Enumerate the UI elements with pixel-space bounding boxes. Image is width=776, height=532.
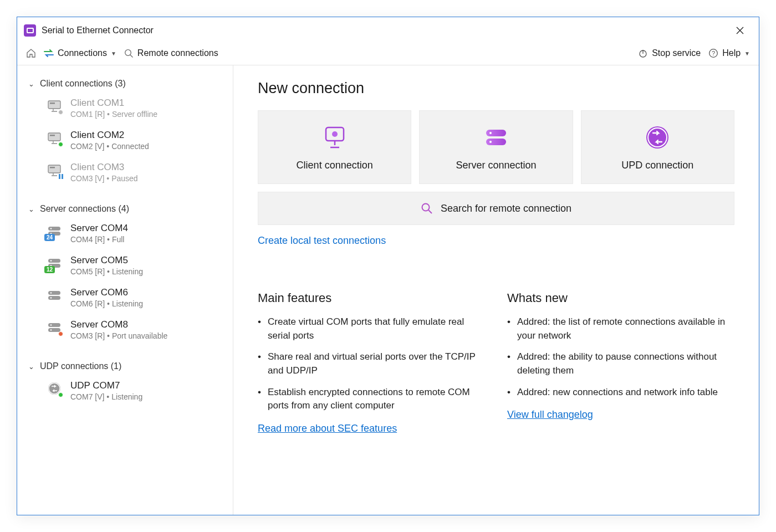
list-item: Addred: the list of remote connections a… xyxy=(507,315,734,342)
svg-point-33 xyxy=(646,126,668,149)
udp-connection-icon xyxy=(644,125,671,150)
status-dot-icon xyxy=(58,110,63,115)
server-connection-icon xyxy=(482,125,510,150)
chevron-down-icon: ▼ xyxy=(111,50,116,57)
info-columns: Main features Create virtual COM ports t… xyxy=(258,291,734,434)
connection-name: Server COM6 xyxy=(70,287,143,298)
connection-item[interactable]: Client COM1COM1 [R] • Server offline xyxy=(17,92,233,124)
list-item: Create virtual COM ports that fully emul… xyxy=(258,315,485,342)
body: ⌄Client connections (3)Client COM1COM1 [… xyxy=(17,65,759,515)
sidebar-group-header[interactable]: ⌄UDP connections (1) xyxy=(17,358,233,375)
client-connection-icon xyxy=(321,125,349,150)
server-connection-label: Server connection xyxy=(456,160,536,171)
chevron-down-icon: ⌄ xyxy=(28,80,34,88)
connection-item[interactable]: 24Server COM4COM4 [R] • Full xyxy=(17,217,233,249)
search-icon xyxy=(421,202,433,214)
sidebar-group-header[interactable]: ⌄Server connections (4) xyxy=(17,201,233,217)
svg-rect-29 xyxy=(486,130,506,136)
connection-item[interactable]: 12Server COM5COM5 [R] • Listening xyxy=(17,249,233,282)
new-connection-heading: New connection xyxy=(258,80,734,97)
connection-icon xyxy=(46,380,63,397)
search-remote-label: Search for remote connection xyxy=(441,203,571,214)
remote-connections-button[interactable]: Remote connections xyxy=(124,48,218,58)
pause-icon xyxy=(58,173,64,180)
help-icon: ? xyxy=(708,48,718,58)
connection-icon xyxy=(46,319,63,336)
svg-point-32 xyxy=(489,141,492,143)
list-item: Addred: the ability to pause connections… xyxy=(507,350,734,377)
home-button[interactable] xyxy=(26,48,36,58)
connection-status: COM4 [R] • Full xyxy=(70,235,128,244)
close-button[interactable] xyxy=(730,23,750,38)
connection-item[interactable]: Server COM8COM3 [R] • Port unavailable xyxy=(17,314,233,346)
client-connection-card[interactable]: Client connection xyxy=(258,110,411,184)
svg-rect-24 xyxy=(48,328,60,332)
power-icon xyxy=(638,48,648,58)
home-icon xyxy=(26,48,36,58)
connection-name: Server COM5 xyxy=(70,255,143,266)
count-badge: 12 xyxy=(44,266,55,273)
udp-connection-card[interactable]: UPD connection xyxy=(581,110,734,184)
connection-item[interactable]: Server COM6COM6 [R] • Listening xyxy=(17,282,233,314)
whatsnew-heading: Whats new xyxy=(507,291,734,305)
svg-text:?: ? xyxy=(712,50,715,57)
connection-icon xyxy=(46,98,63,114)
toolbar: Connections ▼ Remote connections Stop se… xyxy=(17,44,759,65)
svg-rect-22 xyxy=(48,323,60,327)
whatsnew-list: Addred: the list of remote connections a… xyxy=(507,315,734,399)
svg-point-15 xyxy=(50,260,52,262)
connection-status: COM6 [R] • Listening xyxy=(70,299,143,308)
udp-connection-label: UPD connection xyxy=(621,160,693,171)
svg-rect-9 xyxy=(50,167,55,168)
remote-connections-label: Remote connections xyxy=(137,48,218,58)
connection-icon xyxy=(46,287,63,304)
connection-icon xyxy=(46,130,63,146)
svg-point-21 xyxy=(50,297,52,299)
svg-rect-5 xyxy=(50,103,55,104)
create-local-test-link[interactable]: Create local test connections xyxy=(258,235,386,246)
help-label: Help xyxy=(722,48,741,58)
svg-point-0 xyxy=(125,49,131,55)
connection-status: COM1 [R] • Server offline xyxy=(70,110,157,119)
connection-item[interactable]: UDP COM7COM7 [V] • Listening xyxy=(17,375,233,407)
search-remote-button[interactable]: Search for remote connection xyxy=(258,192,734,225)
connection-name: Client COM2 xyxy=(70,130,149,141)
titlebar: Serial to Ethernet Connector xyxy=(17,17,759,44)
svg-point-25 xyxy=(50,329,52,331)
stop-service-button[interactable]: Stop service xyxy=(638,48,701,58)
sidebar-group-title: Server connections (4) xyxy=(40,204,129,214)
help-button[interactable]: ? Help ▼ xyxy=(708,48,750,58)
list-item: Share real and virtual serial ports over… xyxy=(258,350,485,377)
sidebar-group-header[interactable]: ⌄Client connections (3) xyxy=(17,75,233,92)
app-title: Serial to Ethernet Connector xyxy=(42,25,724,35)
app-icon xyxy=(24,24,36,37)
svg-rect-10 xyxy=(48,227,60,231)
search-icon xyxy=(124,49,134,58)
status-dot-icon xyxy=(58,331,63,336)
whatsnew-link[interactable]: View full changelog xyxy=(507,409,593,420)
svg-rect-8 xyxy=(48,165,60,173)
svg-rect-4 xyxy=(48,101,60,109)
status-dot-icon xyxy=(58,142,63,147)
connection-icon: 12 xyxy=(46,255,63,272)
app-window: Serial to Ethernet Connector Connections… xyxy=(17,17,759,515)
connection-name: Client COM1 xyxy=(70,98,157,109)
features-link[interactable]: Read more about SEC features xyxy=(258,423,397,434)
connection-item[interactable]: Client COM3COM3 [V] • Paused xyxy=(17,156,233,188)
chevron-down-icon: ▼ xyxy=(744,50,750,57)
connections-label: Connections xyxy=(58,48,107,58)
svg-point-28 xyxy=(332,131,338,137)
connections-button[interactable]: Connections ▼ xyxy=(44,48,116,58)
features-heading: Main features xyxy=(258,291,485,305)
connection-item[interactable]: Client COM2COM2 [V] • Connected xyxy=(17,124,233,156)
sidebar: ⌄Client connections (3)Client COM1COM1 [… xyxy=(17,65,233,515)
server-connection-card[interactable]: Server connection xyxy=(419,110,573,184)
svg-rect-20 xyxy=(48,296,60,300)
connection-name: Server COM8 xyxy=(70,319,167,330)
connection-type-cards: Client connection Server connection xyxy=(258,110,734,184)
svg-rect-31 xyxy=(486,139,506,145)
svg-point-30 xyxy=(489,132,492,134)
chevron-down-icon: ⌄ xyxy=(28,362,34,371)
connection-icon xyxy=(46,162,63,178)
close-icon xyxy=(736,26,744,35)
